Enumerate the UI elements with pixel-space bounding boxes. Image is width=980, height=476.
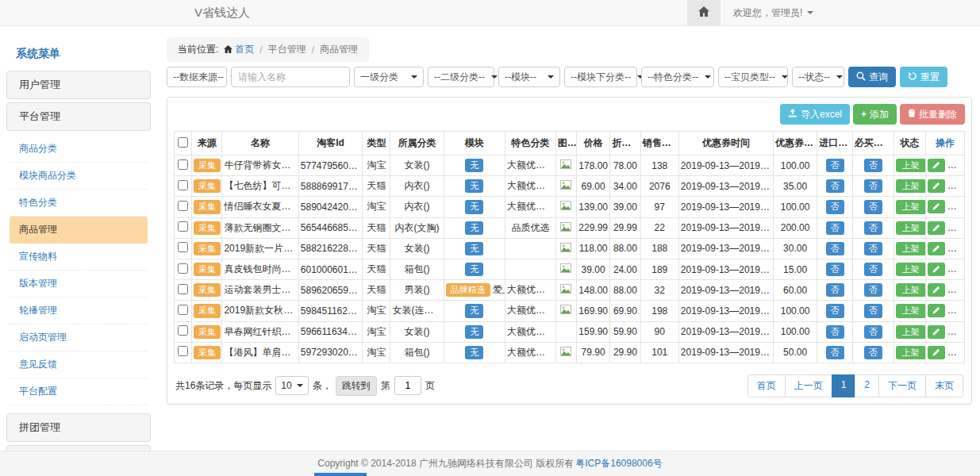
status-badge[interactable]: 上架 — [894, 321, 925, 342]
import-excel-button[interactable]: 导入excel — [780, 104, 850, 125]
filter-select-special-category[interactable]: --特色分类-- — [641, 67, 714, 87]
import-select-badge[interactable]: 否 — [817, 176, 853, 197]
edit-button[interactable] — [928, 179, 945, 193]
import-select-badge[interactable]: 否 — [817, 301, 853, 321]
jump-button[interactable]: 跳转到 — [336, 376, 377, 396]
goods-type: 天猫 — [363, 280, 390, 301]
import-select-badge[interactable]: 否 — [817, 342, 853, 363]
page-button-上一页[interactable]: 上一页 — [785, 374, 832, 397]
must-buy-badge[interactable]: 否 — [852, 155, 894, 176]
status-badge[interactable]: 上架 — [894, 217, 925, 238]
must-buy-badge[interactable]: 否 — [852, 301, 894, 321]
edit-button[interactable] — [928, 325, 945, 339]
row-checkbox[interactable] — [178, 346, 188, 356]
status-badge[interactable]: 上架 — [894, 176, 925, 197]
filter-select-module-subcategory[interactable]: --模块下分类-- — [564, 67, 637, 87]
sidebar-item-商品分类[interactable]: 商品分类 — [10, 136, 148, 163]
row-checkbox[interactable] — [178, 263, 188, 274]
jump-page-input[interactable] — [394, 376, 421, 395]
status-badge[interactable]: 上架 — [894, 301, 925, 321]
sidebar-item-平台配置[interactable]: 平台配置 — [10, 378, 148, 405]
reset-button[interactable]: 重置 — [900, 67, 947, 87]
import-select-badge[interactable]: 否 — [817, 238, 853, 259]
row-checkbox[interactable] — [178, 180, 188, 190]
batch-delete-button[interactable]: 批量删除 — [900, 104, 965, 125]
edit-button[interactable] — [928, 242, 945, 255]
row-checkbox-cell — [175, 217, 192, 238]
sidebar-group-拼团管理[interactable]: 拼团管理 — [6, 413, 151, 442]
sidebar-item-轮播管理[interactable]: 轮播管理 — [10, 298, 148, 324]
import-select-badge[interactable]: 否 — [817, 197, 853, 217]
add-button[interactable]: + 添加 — [853, 104, 897, 125]
import-select-badge[interactable]: 否 — [817, 155, 853, 176]
import-select-badge[interactable]: 否 — [817, 259, 853, 279]
row-checkbox[interactable] — [178, 201, 188, 211]
sidebar-item-宣传物料[interactable]: 宣传物料 — [10, 244, 148, 271]
filter-select-module[interactable]: --模块-- — [498, 67, 560, 87]
page-button-1[interactable]: 1 — [832, 374, 856, 397]
must-buy-badge[interactable]: 否 — [852, 176, 894, 197]
status-badge[interactable]: 上架 — [894, 342, 925, 363]
sidebar-item-模块商品分类[interactable]: 模块商品分类 — [10, 163, 148, 190]
select-all-checkbox[interactable] — [178, 137, 188, 148]
page-button-首页[interactable]: 首页 — [747, 374, 786, 397]
sidebar-item-商品管理[interactable]: 商品管理 — [10, 217, 148, 244]
edit-button[interactable] — [928, 200, 945, 213]
row-checkbox[interactable] — [178, 221, 188, 232]
page-button-末页[interactable]: 末页 — [925, 374, 963, 397]
status-badge[interactable]: 上架 — [894, 259, 925, 279]
filter-select-level1-category[interactable]: 一级分类 — [354, 67, 424, 87]
status-badge[interactable]: 上架 — [894, 197, 925, 217]
edit-button[interactable] — [928, 221, 945, 235]
filter-bar: --数据来源--一级分类--二级分类----模块----模块下分类----特色分… — [167, 67, 972, 87]
edit-button[interactable] — [928, 283, 945, 297]
breadcrumb-link-首页[interactable]: 首页 — [224, 43, 254, 56]
breadcrumb-item-平台管理[interactable]: 平台管理 — [268, 43, 306, 56]
must-buy-badge[interactable]: 否 — [852, 321, 894, 342]
table-row: 采集【七色纺】可爱纯棉家...588869917501天猫内衣()无大额优惠券6… — [175, 176, 965, 197]
row-checkbox[interactable] — [178, 284, 188, 294]
import-select-badge[interactable]: 否 — [817, 280, 853, 301]
search-button[interactable]: 查询 — [848, 67, 896, 87]
edit-button[interactable] — [928, 346, 945, 359]
must-buy-badge[interactable]: 否 — [852, 259, 894, 279]
filter-select-status[interactable]: --状态-- — [792, 67, 844, 87]
must-buy-badge[interactable]: 否 — [852, 280, 894, 301]
filter-select-level2-category[interactable]: --二级分类-- — [428, 67, 494, 87]
filter-input-name-search[interactable] — [231, 67, 350, 87]
status-badge[interactable]: 上架 — [894, 280, 925, 301]
sidebar-group-省惠快报[interactable]: 省惠快报 — [6, 445, 151, 451]
status-badge[interactable]: 上架 — [894, 155, 925, 176]
must-buy-badge[interactable]: 否 — [852, 217, 894, 238]
edit-button[interactable] — [928, 304, 945, 317]
sidebar-item-启动页管理[interactable]: 启动页管理 — [10, 324, 148, 351]
must-buy-badge[interactable]: 否 — [852, 197, 894, 217]
import-select-badge[interactable]: 否 — [817, 217, 853, 238]
home-button[interactable] — [687, 0, 721, 25]
filter-select-data-source[interactable]: --数据来源-- — [167, 67, 227, 87]
sidebar-item-版本管理[interactable]: 版本管理 — [10, 271, 148, 298]
sidebar-group-平台管理[interactable]: 平台管理 — [6, 102, 151, 131]
row-checkbox-cell — [175, 280, 192, 301]
filter-select-item-type[interactable]: --宝贝类型-- — [718, 67, 788, 87]
icp-link[interactable]: 粤ICP备16098006号 — [575, 457, 662, 470]
must-buy-badge[interactable]: 否 — [852, 342, 894, 363]
page-button-2[interactable]: 2 — [855, 374, 879, 397]
status-badge[interactable]: 上架 — [894, 238, 925, 259]
must-buy-badge[interactable]: 否 — [852, 238, 894, 259]
page-button-下一页[interactable]: 下一页 — [878, 374, 926, 397]
edit-button[interactable] — [928, 263, 945, 276]
edit-button[interactable] — [928, 159, 945, 172]
goods-name: 【港风】单肩斜跨链条... — [222, 342, 298, 363]
user-menu[interactable]: 欢迎您，管理员! — [721, 6, 826, 20]
row-checkbox[interactable] — [178, 305, 188, 315]
page-size-select[interactable]: 10 — [275, 376, 308, 395]
sidebar-item-意见反馈[interactable]: 意见反馈 — [10, 351, 148, 378]
import-select-badge[interactable]: 否 — [817, 321, 853, 342]
row-checkbox[interactable] — [178, 325, 188, 336]
sidebar-item-特色分类[interactable]: 特色分类 — [10, 190, 148, 217]
row-checkbox[interactable] — [178, 159, 188, 170]
toolbar: 导入excel + 添加 批量删除 — [174, 104, 965, 125]
row-checkbox[interactable] — [178, 242, 188, 252]
sidebar-group-用户管理[interactable]: 用户管理 — [6, 71, 151, 99]
